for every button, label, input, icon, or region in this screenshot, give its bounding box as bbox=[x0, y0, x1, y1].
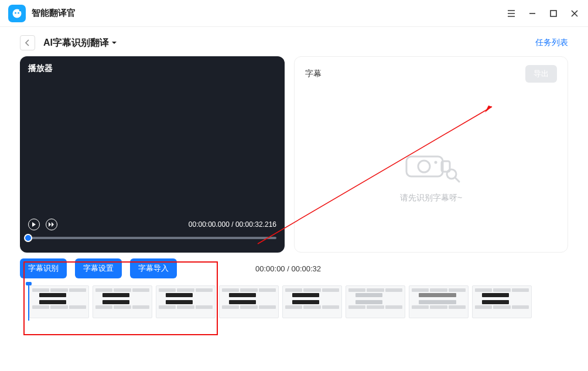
timeline-time: 00:00:00 / 00:00:32 bbox=[255, 264, 321, 273]
subtitle-action-row: 字幕识别 字幕设置 字幕导入 00:00:00 / 00:00:32 bbox=[20, 258, 568, 278]
player-viewport bbox=[20, 81, 285, 219]
back-button[interactable] bbox=[20, 35, 35, 50]
svg-rect-4 bbox=[551, 11, 556, 16]
play-icon bbox=[32, 222, 36, 227]
page-title-dropdown[interactable]: AI字幕识别翻译 bbox=[43, 37, 117, 49]
svg-point-3 bbox=[19, 9, 21, 11]
export-button[interactable]: 导出 bbox=[525, 65, 557, 83]
subtitle-header: 字幕 导出 bbox=[295, 57, 568, 91]
progress-handle[interactable] bbox=[24, 234, 32, 242]
breadcrumb-left: AI字幕识别翻译 bbox=[20, 35, 117, 50]
robot-icon bbox=[11, 8, 23, 19]
timeline-frame[interactable] bbox=[282, 285, 342, 318]
page-title: AI字幕识别翻译 bbox=[43, 37, 109, 49]
app-logo bbox=[8, 5, 26, 22]
timeline-frame[interactable] bbox=[409, 285, 469, 318]
timeline-frame[interactable] bbox=[472, 285, 532, 318]
chevron-left-icon bbox=[25, 39, 30, 46]
titlebar-left: 智能翻译官 bbox=[8, 5, 76, 22]
bottom-area: 字幕识别 字幕设置 字幕导入 00:00:00 / 00:00:32 bbox=[0, 253, 588, 318]
total-time: 00:00:32.216 bbox=[235, 220, 276, 229]
subtitle-title: 字幕 bbox=[305, 69, 322, 79]
progress-track bbox=[28, 237, 276, 239]
minimize-icon bbox=[528, 9, 536, 18]
close-icon bbox=[570, 9, 579, 18]
fast-forward-button[interactable] bbox=[46, 219, 57, 230]
projector-icon bbox=[396, 140, 466, 187]
maximize-icon bbox=[549, 9, 558, 18]
timeline-frame[interactable] bbox=[346, 285, 405, 318]
settings-button[interactable]: 字幕设置 bbox=[75, 258, 122, 278]
subtitle-empty-state: 请先识别字幕呀~ bbox=[295, 91, 568, 252]
recognize-button[interactable]: 字幕识别 bbox=[20, 258, 67, 278]
close-button[interactable] bbox=[569, 8, 580, 19]
menu-button[interactable] bbox=[506, 8, 517, 19]
svg-line-10 bbox=[455, 178, 459, 182]
app-title: 智能翻译官 bbox=[32, 8, 76, 19]
subtitle-panel: 字幕 导出 请先识别字幕呀~ bbox=[294, 56, 568, 253]
timeline-playhead[interactable] bbox=[28, 283, 29, 321]
minimize-button[interactable] bbox=[527, 8, 538, 19]
task-list-link[interactable]: 任务列表 bbox=[535, 38, 568, 48]
main-content: 播放器 00:00:00.000 / 00:00:32.216 bbox=[0, 56, 588, 253]
svg-point-6 bbox=[418, 161, 430, 172]
svg-point-2 bbox=[18, 12, 19, 13]
empty-text: 请先识别字幕呀~ bbox=[400, 193, 462, 203]
breadcrumb-bar: AI字幕识别翻译 任务列表 bbox=[0, 27, 588, 56]
import-button[interactable]: 字幕导入 bbox=[130, 258, 177, 278]
timeline-frame[interactable] bbox=[156, 285, 216, 318]
caret-down-icon bbox=[111, 40, 117, 46]
timeline-frame[interactable] bbox=[219, 285, 279, 318]
hamburger-icon bbox=[507, 9, 516, 18]
current-time: 00:00:00.000 bbox=[189, 220, 230, 229]
player-controls: 00:00:00.000 / 00:00:32.216 bbox=[20, 219, 285, 253]
fast-forward-icon bbox=[49, 222, 54, 227]
timeline[interactable] bbox=[20, 285, 568, 318]
window-controls bbox=[506, 8, 580, 19]
timeline-frame[interactable] bbox=[93, 285, 152, 318]
svg-rect-5 bbox=[406, 156, 443, 176]
player-time: 00:00:00.000 / 00:00:32.216 bbox=[189, 220, 276, 229]
svg-point-1 bbox=[15, 12, 16, 13]
player-title: 播放器 bbox=[20, 56, 285, 81]
svg-point-7 bbox=[435, 161, 437, 164]
maximize-button[interactable] bbox=[548, 8, 559, 19]
title-bar: 智能翻译官 bbox=[0, 0, 588, 27]
timeline-frame[interactable] bbox=[29, 285, 89, 318]
progress-bar[interactable] bbox=[28, 236, 276, 240]
play-button[interactable] bbox=[28, 219, 40, 230]
timeline-thumbnails bbox=[29, 285, 568, 318]
player-panel: 播放器 00:00:00.000 / 00:00:32.216 bbox=[20, 56, 285, 253]
